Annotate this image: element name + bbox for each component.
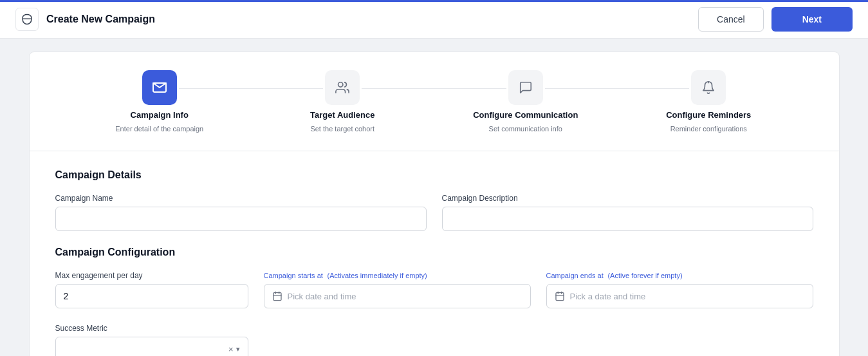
max-engagement-label: Max engagement per day: [55, 271, 248, 280]
campaign-description-label: Campaign Description: [442, 194, 813, 203]
step-sublabel-configure-reminders: Reminder configurations: [670, 125, 747, 133]
step-label-campaign-info: Campaign Info: [131, 110, 189, 120]
success-metric-row: Success Metric × ▾: [55, 324, 813, 356]
svg-point-1: [338, 82, 343, 87]
starts-at-label: Campaign starts at (Activates immediatel…: [264, 271, 531, 280]
megaphone-step-icon: [152, 80, 167, 95]
main-container: Campaign Info Enter detail of the campai…: [29, 52, 840, 356]
ends-at-placeholder: Pick a date and time: [570, 292, 646, 301]
success-metric-select[interactable]: × ▾: [55, 337, 248, 356]
top-bar: Create New Campaign Cancel Next: [0, 0, 868, 39]
campaign-details-row: Campaign Name Campaign Description: [55, 194, 813, 231]
megaphone-icon: [21, 14, 33, 25]
campaign-description-group: Campaign Description: [442, 194, 813, 231]
step-icon-configure-communication: [508, 70, 543, 105]
step-icon-target-audience: [325, 70, 360, 105]
ends-at-group: Campaign ends at (Active forever if empt…: [546, 271, 813, 308]
campaign-config-row: Max engagement per day Campaign starts a…: [55, 271, 813, 308]
top-bar-actions: Cancel Next: [698, 7, 853, 32]
top-bar-left: Create New Campaign: [15, 8, 155, 31]
step-campaign-info[interactable]: Campaign Info Enter detail of the campai…: [68, 70, 252, 133]
max-engagement-group: Max engagement per day: [55, 271, 248, 308]
campaign-details-section: Campaign Details Campaign Name Campaign …: [55, 169, 813, 231]
chat-step-icon: [519, 80, 533, 95]
bell-step-icon: [701, 80, 716, 95]
campaign-configuration-section: Campaign Configuration Max engagement pe…: [55, 247, 813, 356]
svg-rect-7: [556, 293, 564, 301]
step-icon-configure-reminders: [691, 70, 726, 105]
campaign-configuration-title: Campaign Configuration: [55, 247, 813, 258]
step-sublabel-configure-communication: Set communication info: [489, 125, 562, 133]
step-configure-reminders[interactable]: Configure Reminders Reminder configurati…: [617, 70, 800, 133]
next-button[interactable]: Next: [771, 7, 853, 32]
audience-step-icon: [335, 80, 349, 95]
campaign-name-group: Campaign Name: [55, 194, 427, 231]
max-engagement-input[interactable]: [55, 284, 248, 308]
cancel-button[interactable]: Cancel: [698, 7, 764, 32]
step-label-configure-communication: Configure Communication: [473, 110, 578, 120]
content-area: Campaign Details Campaign Name Campaign …: [30, 151, 839, 356]
campaign-icon-wrap: [15, 8, 39, 31]
chevron-down-icon[interactable]: ▾: [236, 345, 240, 353]
step-sublabel-campaign-info: Enter detail of the campaign: [115, 125, 203, 133]
step-target-audience[interactable]: Target Audience Set the target cohort: [251, 70, 434, 133]
step-label-configure-reminders: Configure Reminders: [666, 110, 751, 120]
step-configure-communication[interactable]: Configure Communication Set communicatio…: [434, 70, 618, 133]
success-metric-group: Success Metric × ▾: [55, 324, 248, 356]
ends-at-label: Campaign ends at (Active forever if empt…: [546, 271, 813, 280]
step-sublabel-target-audience: Set the target cohort: [310, 125, 374, 133]
calendar-icon-starts: [272, 291, 282, 301]
campaign-name-label: Campaign Name: [55, 194, 427, 203]
steps-bar: Campaign Info Enter detail of the campai…: [30, 52, 839, 151]
starts-at-label-suffix: (Activates immediately if empty): [328, 272, 427, 279]
starts-at-group: Campaign starts at (Activates immediatel…: [264, 271, 531, 308]
starts-at-placeholder: Pick date and time: [288, 292, 356, 301]
step-label-target-audience: Target Audience: [310, 110, 374, 120]
calendar-icon-ends: [555, 291, 565, 301]
step-icon-campaign-info: [142, 70, 177, 105]
campaign-details-title: Campaign Details: [55, 169, 813, 181]
starts-at-picker[interactable]: Pick date and time: [264, 284, 531, 308]
ends-at-picker[interactable]: Pick a date and time: [546, 284, 813, 308]
campaign-description-input[interactable]: [442, 207, 813, 231]
success-metric-label: Success Metric: [55, 324, 248, 333]
ends-at-label-suffix: (Active forever if empty): [607, 272, 682, 279]
page-title: Create New Campaign: [46, 14, 155, 25]
svg-rect-3: [273, 293, 281, 301]
select-clear-button[interactable]: ×: [228, 344, 234, 354]
campaign-name-input[interactable]: [55, 207, 427, 231]
